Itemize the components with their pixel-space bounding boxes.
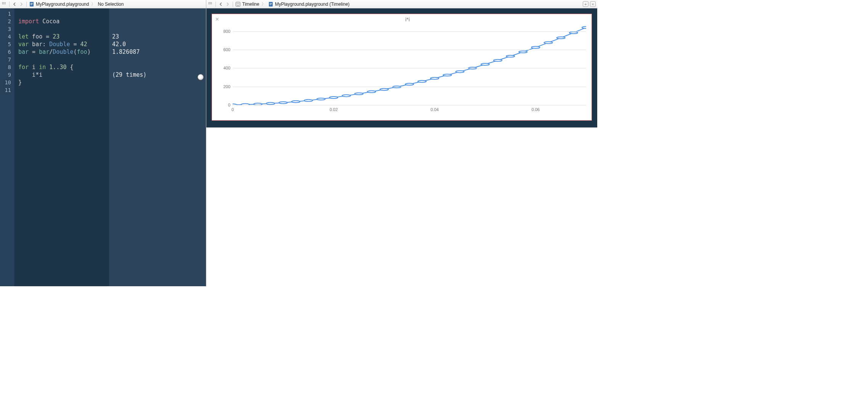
result-value <box>112 18 203 25</box>
svg-point-45 <box>506 55 514 57</box>
svg-rect-10 <box>209 2 209 3</box>
svg-point-17 <box>237 3 238 4</box>
svg-point-37 <box>405 83 413 85</box>
svg-point-18 <box>238 3 239 4</box>
svg-point-34 <box>367 91 376 93</box>
svg-rect-14 <box>210 3 211 4</box>
svg-rect-9 <box>31 5 32 5</box>
result-value <box>112 86 203 94</box>
chevron-right-icon: 〉 <box>91 1 95 7</box>
back-icon[interactable] <box>12 2 17 7</box>
svg-point-27 <box>279 102 287 103</box>
result-value <box>112 63 203 71</box>
code-column[interactable]: import Cocoalet foo = 23var bar: Double … <box>14 8 109 286</box>
y-axis-tick: 0 <box>219 103 230 107</box>
result-value: 23 <box>112 33 203 40</box>
breadcrumb-timeline[interactable]: Timeline <box>242 2 259 7</box>
svg-point-30 <box>317 98 325 100</box>
code-editor[interactable]: 1234567891011 import Cocoalet foo = 23va… <box>0 8 206 286</box>
svg-point-31 <box>330 97 338 98</box>
svg-point-49 <box>557 37 565 39</box>
svg-rect-3 <box>2 3 3 4</box>
svg-point-29 <box>304 100 313 102</box>
y-axis-tick: 200 <box>219 84 230 89</box>
close-icon[interactable]: ✕ <box>215 16 219 22</box>
playground-file-icon <box>29 2 34 7</box>
svg-point-41 <box>456 71 464 73</box>
add-editor-button[interactable]: + <box>583 1 588 7</box>
result-value <box>112 10 203 18</box>
svg-point-51 <box>582 26 586 28</box>
back-icon[interactable] <box>218 2 223 7</box>
result-value: (29 times) <box>112 71 203 79</box>
svg-rect-15 <box>211 3 212 4</box>
svg-rect-13 <box>209 3 209 4</box>
forward-icon[interactable] <box>225 2 230 7</box>
svg-point-26 <box>266 103 275 105</box>
chart-title: i*i <box>229 16 586 23</box>
y-axis-tick: 800 <box>219 29 230 34</box>
svg-point-48 <box>544 42 553 44</box>
svg-rect-16 <box>236 2 240 6</box>
svg-point-28 <box>291 101 300 103</box>
svg-rect-22 <box>270 5 271 5</box>
result-value <box>112 79 203 86</box>
results-column: 2342.01.826087(29 times) <box>109 8 206 286</box>
left-toolbar: MyPlayground.playground 〉 No Selection <box>0 0 206 8</box>
x-axis-tick: 0 <box>231 107 234 112</box>
svg-point-46 <box>519 51 527 53</box>
timeline-icon <box>235 2 241 7</box>
timeline-body: ✕ i*i 020040060080000.020.040.06 <box>206 8 597 286</box>
svg-rect-0 <box>2 2 3 3</box>
chart-plot: 020040060080000.020.040.06 <box>233 25 586 105</box>
svg-point-43 <box>481 63 489 65</box>
quick-look-button[interactable] <box>198 74 204 80</box>
chevron-right-icon: 〉 <box>262 1 266 7</box>
svg-rect-2 <box>5 2 6 3</box>
related-items-icon[interactable] <box>208 2 213 7</box>
y-axis-tick: 400 <box>219 66 230 70</box>
svg-rect-8 <box>31 4 33 4</box>
result-value: 42.0 <box>112 40 203 48</box>
breadcrumb-file[interactable]: MyPlayground.playground <box>36 2 89 7</box>
svg-point-32 <box>342 95 350 97</box>
svg-point-38 <box>418 81 426 82</box>
svg-rect-21 <box>270 4 272 4</box>
breadcrumb-file-timeline[interactable]: MyPlayground.playground (Timeline) <box>275 2 350 7</box>
svg-rect-4 <box>3 3 4 4</box>
svg-rect-20 <box>270 3 272 3</box>
x-axis-tick: 0.06 <box>532 107 540 112</box>
x-axis-tick: 0.04 <box>431 107 439 112</box>
svg-rect-1 <box>3 2 4 3</box>
result-value <box>112 25 203 33</box>
right-toolbar: Timeline 〉 MyPlayground.playground (Time… <box>206 0 597 8</box>
close-editor-button[interactable]: × <box>590 1 596 7</box>
related-items-icon[interactable] <box>2 2 7 7</box>
line-number-gutter: 1234567891011 <box>0 8 14 286</box>
svg-rect-7 <box>31 3 33 3</box>
playground-file-icon <box>268 2 273 7</box>
svg-rect-11 <box>210 2 211 3</box>
svg-point-33 <box>355 93 363 95</box>
svg-point-40 <box>443 74 452 76</box>
svg-rect-5 <box>5 3 6 4</box>
x-axis-tick: 0.02 <box>330 107 338 112</box>
svg-point-47 <box>531 47 540 48</box>
svg-point-39 <box>431 77 439 79</box>
svg-point-44 <box>493 60 502 61</box>
svg-rect-12 <box>211 2 212 3</box>
result-value: 1.826087 <box>112 48 203 56</box>
chart-card: ✕ i*i 020040060080000.020.040.06 <box>212 14 592 121</box>
svg-point-35 <box>380 89 388 90</box>
y-axis-tick: 600 <box>219 47 230 52</box>
breadcrumb-selection[interactable]: No Selection <box>98 2 124 7</box>
svg-point-50 <box>569 32 578 34</box>
forward-icon[interactable] <box>19 2 24 7</box>
result-value <box>112 56 203 63</box>
